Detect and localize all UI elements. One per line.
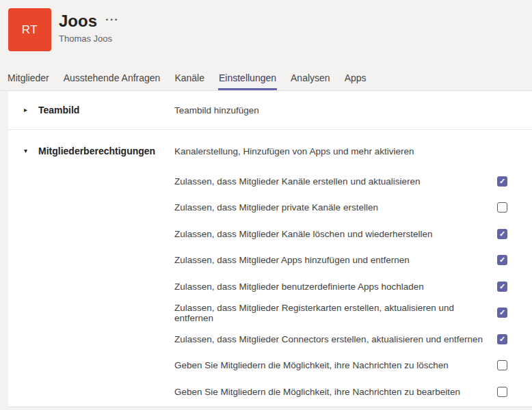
section-label: Mitgliederberechtigungen xyxy=(38,146,155,156)
check-icon: ✓ xyxy=(499,309,505,316)
permission-checkbox[interactable] xyxy=(497,387,507,397)
chevron-down-icon[interactable]: ▾ xyxy=(24,148,31,154)
permission-label: Zulassen, dass Mitglieder Apps hinzufüge… xyxy=(174,255,410,265)
team-header: RT Joos ··· Thomas Joos MitgliederAusste… xyxy=(0,0,532,91)
permission-checkbox[interactable]: ✓ xyxy=(497,282,507,292)
more-options-icon[interactable]: ··· xyxy=(105,14,119,25)
section-label: Teambild xyxy=(38,105,79,115)
permission-label: Zulassen, dass Mitglieder Connectors ers… xyxy=(174,334,483,344)
permission-row: Zulassen, dass Mitglieder benutzerdefini… xyxy=(174,273,507,300)
section-teambild[interactable]: ▸ Teambild Teambild hinzufügen xyxy=(8,91,532,130)
permission-row: Zulassen, dass Mitglieder Kanäle löschen… xyxy=(174,221,507,247)
section-description: Teambild hinzufügen xyxy=(174,105,259,115)
permission-list: Zulassen, dass Mitglieder Kanäle erstell… xyxy=(174,168,507,407)
section-header-row[interactable]: ▾ Mitgliederberechtigungen Kanalerstellu… xyxy=(8,141,532,161)
permission-row: Zulassen, dass Mitglieder Connectors ers… xyxy=(174,326,507,353)
tab-analysen[interactable]: Analysen xyxy=(290,68,331,90)
permission-label: Zulassen, dass Mitglieder private Kanäle… xyxy=(174,202,378,213)
permission-label: Geben Sie Mitgliedern die Möglichkeit, i… xyxy=(174,387,460,397)
permission-checkbox[interactable]: ✓ xyxy=(497,308,507,318)
check-icon: ✓ xyxy=(499,336,505,343)
permission-checkbox[interactable] xyxy=(497,360,507,370)
owner-name: Thomas Joos xyxy=(59,33,119,44)
permission-checkbox[interactable]: ✓ xyxy=(497,229,507,239)
permission-row: Zulassen, dass Mitglieder private Kanäle… xyxy=(174,195,507,221)
section-description: Kanalerstellung, Hinzufügen von Apps und… xyxy=(174,146,414,156)
permission-checkbox[interactable]: ✓ xyxy=(497,255,507,265)
check-icon: ✓ xyxy=(499,283,505,290)
title-block: Joos ··· Thomas Joos xyxy=(59,12,119,44)
tab-apps[interactable]: Apps xyxy=(344,68,367,90)
section-mitgliederberechtigungen: ▾ Mitgliederberechtigungen Kanalerstellu… xyxy=(8,130,532,407)
permission-checkbox[interactable] xyxy=(497,202,507,213)
permission-row: Geben Sie Mitgliedern die Möglichkeit, i… xyxy=(174,379,507,405)
check-icon: ✓ xyxy=(499,256,505,264)
permission-row: Geben Sie Mitgliedern die Möglichkeit, i… xyxy=(174,353,507,379)
team-name: Joos xyxy=(59,12,97,31)
permission-checkbox[interactable]: ✓ xyxy=(497,176,507,187)
tab-mitglieder[interactable]: Mitglieder xyxy=(7,68,50,90)
tab-ausstehende-anfragen[interactable]: Ausstehende Anfragen xyxy=(63,68,161,90)
tab-kan-le[interactable]: Kanäle xyxy=(174,68,205,90)
check-icon: ✓ xyxy=(499,230,505,238)
permission-row: Zulassen, dass Mitglieder Apps hinzufüge… xyxy=(174,247,507,274)
permission-label: Zulassen, dass Mitglieder Kanäle erstell… xyxy=(174,176,420,187)
permission-label: Zulassen, dass Mitglieder Registerkarten… xyxy=(174,303,490,323)
chevron-right-icon[interactable]: ▸ xyxy=(24,107,31,113)
permission-label: Zulassen, dass Mitglieder benutzerdefini… xyxy=(174,282,424,292)
permission-checkbox[interactable]: ✓ xyxy=(497,334,507,344)
permission-row: Zulassen, dass Mitglieder Registerkarten… xyxy=(174,300,507,327)
permission-row: Zulassen, dass Mitglieder Kanäle erstell… xyxy=(174,168,507,195)
permission-label: Zulassen, dass Mitglieder Kanäle löschen… xyxy=(174,229,432,239)
settings-panel: ▸ Teambild Teambild hinzufügen ▾ Mitglie… xyxy=(8,91,532,407)
check-icon: ✓ xyxy=(499,178,505,185)
team-avatar[interactable]: RT xyxy=(8,8,51,51)
avatar-initials: RT xyxy=(22,23,38,37)
permission-label: Geben Sie Mitgliedern die Möglichkeit, i… xyxy=(174,360,449,370)
tab-bar: MitgliederAusstehende AnfragenKanäleEins… xyxy=(7,68,367,90)
tab-einstellungen[interactable]: Einstellungen xyxy=(218,68,277,90)
